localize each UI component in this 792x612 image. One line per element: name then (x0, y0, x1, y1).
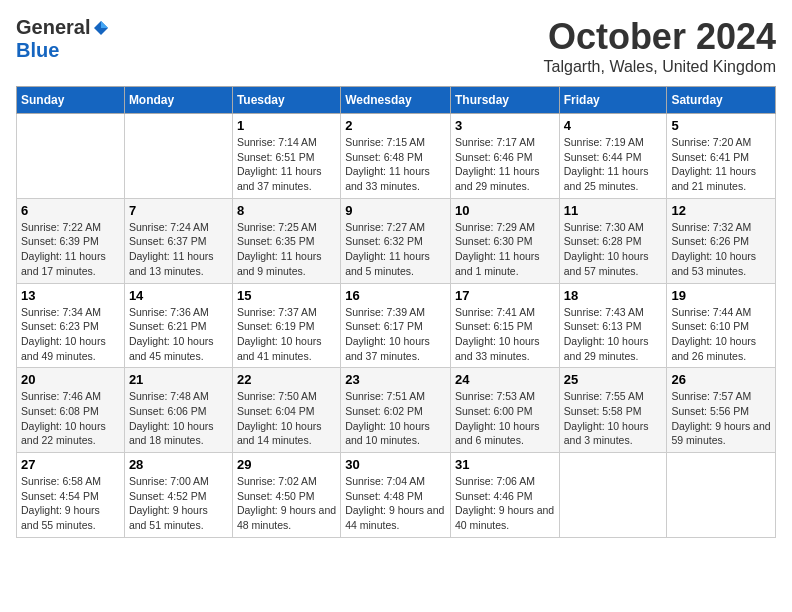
header-sunday: Sunday (17, 87, 125, 114)
day-number: 21 (129, 372, 228, 387)
table-row: 22Sunrise: 7:50 AM Sunset: 6:04 PM Dayli… (232, 368, 340, 453)
table-row: 19Sunrise: 7:44 AM Sunset: 6:10 PM Dayli… (667, 283, 776, 368)
day-info: Sunrise: 7:04 AM Sunset: 4:48 PM Dayligh… (345, 474, 446, 533)
table-row: 16Sunrise: 7:39 AM Sunset: 6:17 PM Dayli… (341, 283, 451, 368)
day-info: Sunrise: 7:44 AM Sunset: 6:10 PM Dayligh… (671, 305, 771, 364)
table-row: 2Sunrise: 7:15 AM Sunset: 6:48 PM Daylig… (341, 114, 451, 199)
table-row: 8Sunrise: 7:25 AM Sunset: 6:35 PM Daylig… (232, 198, 340, 283)
day-number: 16 (345, 288, 446, 303)
day-number: 5 (671, 118, 771, 133)
table-row: 11Sunrise: 7:30 AM Sunset: 6:28 PM Dayli… (559, 198, 667, 283)
day-info: Sunrise: 7:43 AM Sunset: 6:13 PM Dayligh… (564, 305, 663, 364)
calendar-week-row: 13Sunrise: 7:34 AM Sunset: 6:23 PM Dayli… (17, 283, 776, 368)
day-info: Sunrise: 7:22 AM Sunset: 6:39 PM Dayligh… (21, 220, 120, 279)
table-row: 20Sunrise: 7:46 AM Sunset: 6:08 PM Dayli… (17, 368, 125, 453)
day-info: Sunrise: 6:58 AM Sunset: 4:54 PM Dayligh… (21, 474, 120, 533)
day-number: 9 (345, 203, 446, 218)
day-number: 20 (21, 372, 120, 387)
table-row (559, 453, 667, 538)
table-row (667, 453, 776, 538)
table-row: 18Sunrise: 7:43 AM Sunset: 6:13 PM Dayli… (559, 283, 667, 368)
day-info: Sunrise: 7:37 AM Sunset: 6:19 PM Dayligh… (237, 305, 336, 364)
table-row: 26Sunrise: 7:57 AM Sunset: 5:56 PM Dayli… (667, 368, 776, 453)
table-row: 21Sunrise: 7:48 AM Sunset: 6:06 PM Dayli… (124, 368, 232, 453)
svg-marker-1 (101, 21, 108, 28)
day-number: 1 (237, 118, 336, 133)
table-row (17, 114, 125, 199)
table-row: 15Sunrise: 7:37 AM Sunset: 6:19 PM Dayli… (232, 283, 340, 368)
table-row: 25Sunrise: 7:55 AM Sunset: 5:58 PM Dayli… (559, 368, 667, 453)
table-row: 23Sunrise: 7:51 AM Sunset: 6:02 PM Dayli… (341, 368, 451, 453)
calendar-week-row: 6Sunrise: 7:22 AM Sunset: 6:39 PM Daylig… (17, 198, 776, 283)
day-info: Sunrise: 7:20 AM Sunset: 6:41 PM Dayligh… (671, 135, 771, 194)
day-number: 29 (237, 457, 336, 472)
day-number: 10 (455, 203, 555, 218)
day-info: Sunrise: 7:00 AM Sunset: 4:52 PM Dayligh… (129, 474, 228, 533)
day-info: Sunrise: 7:48 AM Sunset: 6:06 PM Dayligh… (129, 389, 228, 448)
table-row: 29Sunrise: 7:02 AM Sunset: 4:50 PM Dayli… (232, 453, 340, 538)
day-info: Sunrise: 7:51 AM Sunset: 6:02 PM Dayligh… (345, 389, 446, 448)
table-row: 1Sunrise: 7:14 AM Sunset: 6:51 PM Daylig… (232, 114, 340, 199)
table-row: 30Sunrise: 7:04 AM Sunset: 4:48 PM Dayli… (341, 453, 451, 538)
table-row: 13Sunrise: 7:34 AM Sunset: 6:23 PM Dayli… (17, 283, 125, 368)
day-number: 17 (455, 288, 555, 303)
table-row: 10Sunrise: 7:29 AM Sunset: 6:30 PM Dayli… (450, 198, 559, 283)
table-row: 31Sunrise: 7:06 AM Sunset: 4:46 PM Dayli… (450, 453, 559, 538)
day-info: Sunrise: 7:55 AM Sunset: 5:58 PM Dayligh… (564, 389, 663, 448)
day-info: Sunrise: 7:53 AM Sunset: 6:00 PM Dayligh… (455, 389, 555, 448)
day-number: 28 (129, 457, 228, 472)
day-info: Sunrise: 7:46 AM Sunset: 6:08 PM Dayligh… (21, 389, 120, 448)
day-info: Sunrise: 7:30 AM Sunset: 6:28 PM Dayligh… (564, 220, 663, 279)
day-info: Sunrise: 7:02 AM Sunset: 4:50 PM Dayligh… (237, 474, 336, 533)
table-row (124, 114, 232, 199)
calendar-week-row: 20Sunrise: 7:46 AM Sunset: 6:08 PM Dayli… (17, 368, 776, 453)
table-row: 28Sunrise: 7:00 AM Sunset: 4:52 PM Dayli… (124, 453, 232, 538)
header-tuesday: Tuesday (232, 87, 340, 114)
day-number: 19 (671, 288, 771, 303)
day-info: Sunrise: 7:25 AM Sunset: 6:35 PM Dayligh… (237, 220, 336, 279)
day-number: 27 (21, 457, 120, 472)
header-saturday: Saturday (667, 87, 776, 114)
day-info: Sunrise: 7:27 AM Sunset: 6:32 PM Dayligh… (345, 220, 446, 279)
day-number: 14 (129, 288, 228, 303)
header-monday: Monday (124, 87, 232, 114)
table-row: 27Sunrise: 6:58 AM Sunset: 4:54 PM Dayli… (17, 453, 125, 538)
day-number: 18 (564, 288, 663, 303)
day-info: Sunrise: 7:19 AM Sunset: 6:44 PM Dayligh… (564, 135, 663, 194)
calendar-week-row: 27Sunrise: 6:58 AM Sunset: 4:54 PM Dayli… (17, 453, 776, 538)
day-info: Sunrise: 7:36 AM Sunset: 6:21 PM Dayligh… (129, 305, 228, 364)
day-number: 23 (345, 372, 446, 387)
logo-icon (92, 19, 110, 37)
day-info: Sunrise: 7:06 AM Sunset: 4:46 PM Dayligh… (455, 474, 555, 533)
table-row: 12Sunrise: 7:32 AM Sunset: 6:26 PM Dayli… (667, 198, 776, 283)
logo: General Blue (16, 16, 110, 62)
day-number: 30 (345, 457, 446, 472)
day-number: 6 (21, 203, 120, 218)
day-number: 26 (671, 372, 771, 387)
day-number: 8 (237, 203, 336, 218)
header-wednesday: Wednesday (341, 87, 451, 114)
table-row: 3Sunrise: 7:17 AM Sunset: 6:46 PM Daylig… (450, 114, 559, 199)
month-title: October 2024 (544, 16, 776, 58)
day-info: Sunrise: 7:29 AM Sunset: 6:30 PM Dayligh… (455, 220, 555, 279)
table-row: 6Sunrise: 7:22 AM Sunset: 6:39 PM Daylig… (17, 198, 125, 283)
day-info: Sunrise: 7:15 AM Sunset: 6:48 PM Dayligh… (345, 135, 446, 194)
day-number: 11 (564, 203, 663, 218)
day-number: 4 (564, 118, 663, 133)
table-row: 24Sunrise: 7:53 AM Sunset: 6:00 PM Dayli… (450, 368, 559, 453)
calendar-header-row: Sunday Monday Tuesday Wednesday Thursday… (17, 87, 776, 114)
table-row: 14Sunrise: 7:36 AM Sunset: 6:21 PM Dayli… (124, 283, 232, 368)
calendar-week-row: 1Sunrise: 7:14 AM Sunset: 6:51 PM Daylig… (17, 114, 776, 199)
day-number: 2 (345, 118, 446, 133)
table-row: 5Sunrise: 7:20 AM Sunset: 6:41 PM Daylig… (667, 114, 776, 199)
day-info: Sunrise: 7:39 AM Sunset: 6:17 PM Dayligh… (345, 305, 446, 364)
day-number: 31 (455, 457, 555, 472)
calendar-table: Sunday Monday Tuesday Wednesday Thursday… (16, 86, 776, 538)
table-row: 4Sunrise: 7:19 AM Sunset: 6:44 PM Daylig… (559, 114, 667, 199)
day-info: Sunrise: 7:50 AM Sunset: 6:04 PM Dayligh… (237, 389, 336, 448)
day-info: Sunrise: 7:17 AM Sunset: 6:46 PM Dayligh… (455, 135, 555, 194)
day-number: 7 (129, 203, 228, 218)
day-info: Sunrise: 7:32 AM Sunset: 6:26 PM Dayligh… (671, 220, 771, 279)
location-title: Talgarth, Wales, United Kingdom (544, 58, 776, 76)
day-info: Sunrise: 7:57 AM Sunset: 5:56 PM Dayligh… (671, 389, 771, 448)
